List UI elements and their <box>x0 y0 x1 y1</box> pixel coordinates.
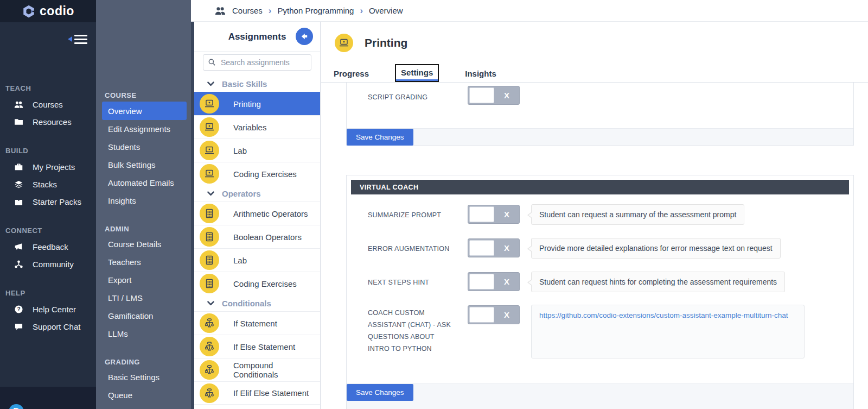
tab-progress[interactable]: Progress <box>333 65 370 82</box>
next-steps-hint-toggle[interactable]: X <box>468 272 520 291</box>
course-nav-insights[interactable]: Insights <box>96 192 191 210</box>
codio-logo[interactable]: codio <box>0 0 96 22</box>
course-nav-bulk-settings[interactable]: Bulk Settings <box>96 156 191 174</box>
assignments-panel: Assignments Basic Skills Printing Variab… <box>191 22 321 409</box>
course-nav-edit-assignments[interactable]: Edit Assignments <box>96 120 191 138</box>
assignment-item-if-statement[interactable]: If Statement <box>194 311 320 335</box>
course-nav-basic-settings[interactable]: Basic Settings <box>96 368 191 386</box>
user-menu[interactable]: D MSHAHBAR <box>0 387 96 409</box>
card-footer: Save Changes <box>347 128 853 145</box>
primary-sidebar: codio TEACH Courses Resources BUILD My P… <box>0 0 96 409</box>
sidebar-item-label: Resources <box>33 117 72 127</box>
assignment-item-compound-conditionals[interactable]: Compound Conditionals <box>194 358 320 381</box>
assignment-item-printing[interactable]: Printing <box>194 92 320 115</box>
sidebar-item-stacks[interactable]: Stacks <box>0 175 96 193</box>
course-nav-overview[interactable]: Overview <box>102 102 187 120</box>
sidebar-item-community[interactable]: Community <box>0 255 96 273</box>
chevron-down-icon <box>207 80 215 88</box>
course-nav-queue[interactable]: Queue <box>96 386 191 404</box>
sidebar-item-resources[interactable]: Resources <box>0 113 96 130</box>
flowchart-icon <box>200 383 219 403</box>
starter-pack-icon <box>14 197 23 206</box>
coach-custom-assistant-label: COACH CUSTOM ASSISTANT (CHAT) - ASK QUES… <box>368 307 454 355</box>
assignment-label: Lab <box>233 256 247 265</box>
main-content: Printing Progress Settings Insights SCRI… <box>321 22 868 409</box>
sidebar-item-feedback[interactable]: Feedback <box>0 238 96 255</box>
chevron-right-icon: › <box>360 6 363 15</box>
script-grading-toggle[interactable]: X <box>468 86 520 105</box>
tab-settings[interactable]: Settings <box>395 64 439 82</box>
assignment-item-lab-2[interactable]: Lab <box>194 248 320 272</box>
page-title: Printing <box>365 36 407 49</box>
next-steps-hint-value[interactable]: Student can request hints for completing… <box>531 272 785 292</box>
community-icon <box>14 260 23 269</box>
github-extension-link[interactable]: https://github.com/codio-extensions/cust… <box>539 311 788 319</box>
group-header-operators[interactable]: Operators <box>194 185 320 202</box>
sidebar-item-support-chat[interactable]: Support Chat <box>0 318 96 335</box>
toggle-off-x-icon: X <box>494 205 519 223</box>
script-grading-label: SCRIPT GRADING <box>368 91 427 103</box>
coach-custom-assistant-toggle[interactable]: X <box>468 305 520 324</box>
breadcrumb-overview[interactable]: Overview <box>369 6 403 15</box>
assignment-item-variables[interactable]: Variables <box>194 115 320 139</box>
course-nav-teachers[interactable]: Teachers <box>96 253 191 271</box>
laptop-icon <box>200 94 219 114</box>
toggle-knob <box>469 87 494 103</box>
assignment-label: Variables <box>233 123 266 132</box>
summarize-prompt-value[interactable]: Student can request a summary of the ass… <box>531 204 744 225</box>
assignment-item-if-elif-else-statement[interactable]: If Elif Else Statement <box>194 381 320 405</box>
assignment-label: Printing <box>233 99 261 109</box>
virtual-coach-card: VIRTUAL COACH SUMMARIZE PROMPT X Student… <box>346 175 854 409</box>
toggle-knob <box>469 206 494 222</box>
calculator-icon <box>200 274 219 293</box>
course-nav-lti-lms[interactable]: LTI / LMS <box>96 289 191 307</box>
assignment-item-if-else-statement[interactable]: If Else Statement <box>194 335 320 358</box>
collapse-sidebar-button[interactable] <box>68 33 87 46</box>
search-assignments-input[interactable] <box>203 54 311 71</box>
breadcrumb-python-programming[interactable]: Python Programming <box>278 6 354 15</box>
course-nav-students[interactable]: Students <box>96 138 191 156</box>
tab-insights[interactable]: Insights <box>464 65 497 82</box>
save-changes-button[interactable]: Save Changes <box>347 384 413 401</box>
user-avatar: D <box>9 404 24 409</box>
section-label-admin: ADMIN <box>105 225 191 233</box>
course-nav-export[interactable]: Export <box>96 271 191 289</box>
courses-people-icon <box>215 5 226 16</box>
assignment-item-coding-exercises[interactable]: Coding Exercises <box>194 162 320 185</box>
assignment-item-arithmetic-operators[interactable]: Arithmetic Operators <box>194 202 320 225</box>
error-augmentation-toggle[interactable]: X <box>468 238 520 257</box>
assignment-item-coding-exercises-2[interactable]: Coding Exercises <box>194 272 320 295</box>
sidebar-item-starter-packs[interactable]: Starter Packs <box>0 193 96 210</box>
toggle-knob <box>469 274 494 290</box>
sidebar-item-help-center[interactable]: Help Center <box>0 300 96 318</box>
arrow-left-icon <box>300 32 309 41</box>
group-header-basic-skills[interactable]: Basic Skills <box>194 75 320 92</box>
sidebar-item-label: Courses <box>33 100 63 109</box>
course-nav-automated-emails[interactable]: Automated Emails <box>96 174 191 192</box>
summarize-prompt-toggle[interactable]: X <box>468 205 520 224</box>
error-augmentation-value[interactable]: Provide more detailed explanations for e… <box>531 238 781 259</box>
section-label-course: COURSE <box>105 91 191 99</box>
laptop-icon <box>200 117 219 137</box>
sidebar-item-label: My Projects <box>33 162 75 172</box>
sidebar-item-my-projects[interactable]: My Projects <box>0 158 96 175</box>
megaphone-icon <box>14 242 23 251</box>
toggle-off-x-icon: X <box>494 306 519 324</box>
collapse-assignments-button[interactable] <box>296 28 313 45</box>
sidebar-item-courses[interactable]: Courses <box>0 96 96 113</box>
course-nav-course-details[interactable]: Course Details <box>96 235 191 253</box>
toggle-off-x-icon: X <box>494 273 519 291</box>
toggle-knob <box>469 307 494 323</box>
save-changes-button[interactable]: Save Changes <box>347 129 413 146</box>
assignment-item-lab[interactable]: Lab <box>194 139 320 162</box>
group-header-conditionals[interactable]: Conditionals <box>194 295 320 311</box>
coach-custom-assistant-value-box[interactable]: https://github.com/codio-extensions/cust… <box>531 305 805 358</box>
course-nav-llms[interactable]: LLMs <box>96 325 191 343</box>
virtual-coach-header: VIRTUAL COACH <box>351 180 849 194</box>
error-augmentation-label: ERROR AUGMENTATION <box>368 243 465 255</box>
sidebar-item-label: Feedback <box>33 242 68 251</box>
breadcrumb-courses[interactable]: Courses <box>232 6 263 15</box>
chat-bubble-icon <box>14 322 23 331</box>
course-nav-gamification[interactable]: Gamification <box>96 307 191 325</box>
assignment-item-boolean-operators[interactable]: Boolean Operators <box>194 225 320 248</box>
